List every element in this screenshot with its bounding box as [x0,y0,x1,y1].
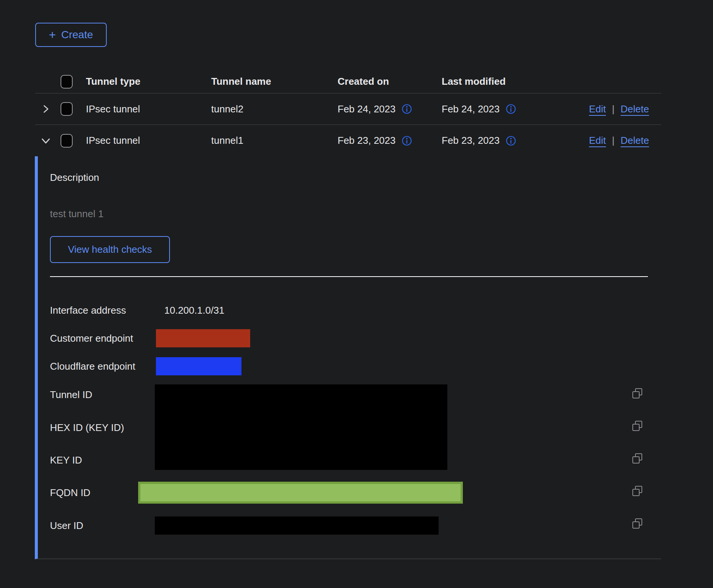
key-id-label: KEY ID [50,454,82,466]
action-separator: | [612,135,615,146]
action-separator: | [612,103,615,115]
fqdn-id-redaction [138,482,463,504]
create-button[interactable]: + Create [35,23,107,47]
copy-icon [631,387,644,400]
chevron-down-icon [40,135,52,147]
copy-tunnel-id-button[interactable] [631,387,644,400]
info-icon[interactable] [506,104,516,114]
info-icon[interactable] [402,135,412,146]
row-checkbox[interactable] [61,102,73,116]
table-header-row: Tunnel type Tunnel name Created on Last … [35,70,661,93]
section-divider [50,276,648,277]
table-row: IPsec tunnel tunnel2 Feb 24, 2023 Feb 24… [35,93,661,125]
cloudflare-endpoint-redaction [156,357,241,375]
column-header-tunnel-type: Tunnel type [86,76,211,87]
chevron-right-icon [40,103,51,115]
delete-link[interactable]: Delete [621,103,649,115]
column-header-created-on: Created on [338,76,442,87]
customer-endpoint-label: Customer endpoint [50,332,133,344]
copy-icon [631,452,644,465]
user-id-label: User ID [50,520,83,532]
ids-redaction-block [155,384,447,470]
plus-icon: + [49,29,56,41]
copy-hex-id-button[interactable] [631,420,644,432]
info-icon[interactable] [506,135,516,146]
tunnel-name-cell: tunnel1 [211,135,338,146]
customer-endpoint-redaction [156,329,250,347]
created-on-cell: Feb 23, 2023 [338,135,395,146]
column-header-tunnel-name: Tunnel name [211,76,338,87]
copy-icon [631,517,644,530]
view-health-checks-button[interactable]: View health checks [50,236,170,263]
description-label: Description [50,171,661,184]
view-health-checks-label: View health checks [68,244,152,255]
copy-user-id-button[interactable] [631,517,644,530]
user-id-redaction [155,516,439,535]
column-header-last-modified: Last modified [442,76,537,87]
cloudflare-endpoint-label: Cloudflare endpoint [50,360,135,372]
copy-icon [631,485,644,498]
copy-icon [631,420,644,432]
interface-address-value: 10.200.1.0/31 [164,304,224,316]
tunnels-table: Tunnel type Tunnel name Created on Last … [35,70,661,559]
interface-address-label: Interface address [50,304,126,316]
created-on-cell: Feb 24, 2023 [338,103,395,115]
select-all-checkbox[interactable] [61,75,73,89]
fqdn-id-label: FQDN ID [50,487,90,499]
expanded-tunnel-panel: Description test tunnel 1 View health ch… [35,156,661,559]
row-checkbox[interactable] [61,134,73,148]
delete-link[interactable]: Delete [621,135,649,146]
expand-row-button[interactable] [35,103,56,115]
tunnel-type-cell: IPsec tunnel [86,135,211,146]
last-modified-cell: Feb 23, 2023 [442,135,500,146]
hex-id-label: HEX ID (KEY ID) [50,422,124,434]
tunnel-name-cell: tunnel2 [211,103,338,115]
collapse-row-button[interactable] [35,135,56,147]
tunnel-id-label: Tunnel ID [50,389,92,401]
content-area: + Create Tunnel type Tunnel name Created… [35,0,661,559]
edit-link[interactable]: Edit [589,103,606,115]
create-button-label: Create [61,29,93,41]
table-row: IPsec tunnel tunnel1 Feb 23, 2023 Feb 23… [35,125,661,156]
copy-fqdn-id-button[interactable] [631,485,644,498]
tunnel-type-cell: IPsec tunnel [86,103,211,115]
edit-link[interactable]: Edit [589,135,606,146]
description-value: test tunnel 1 [50,208,661,220]
info-icon[interactable] [402,104,412,114]
last-modified-cell: Feb 24, 2023 [442,103,500,115]
tunnel-details: Interface address 10.200.1.0/31 Customer… [50,280,661,559]
copy-key-id-button[interactable] [631,452,644,465]
